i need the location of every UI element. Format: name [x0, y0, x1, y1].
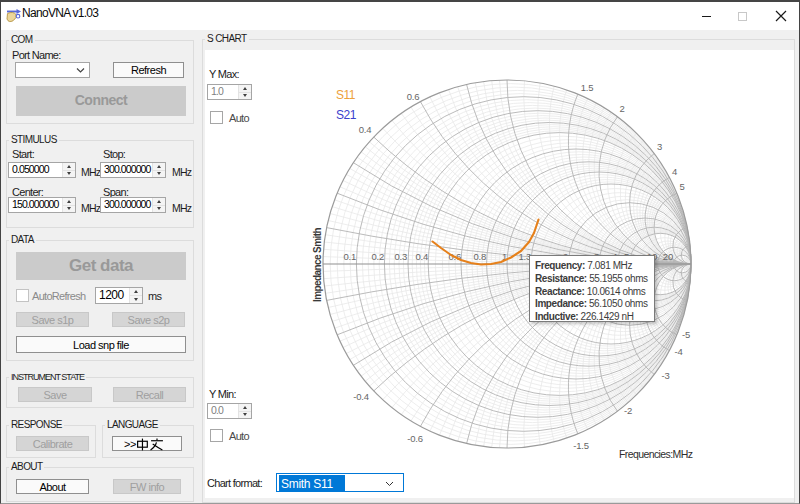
svg-text:-5: -5: [682, 329, 690, 340]
svg-text:1.5: 1.5: [581, 82, 594, 93]
svg-text:0.3: 0.3: [394, 251, 407, 262]
svg-text:-0.4: -0.4: [353, 391, 369, 402]
svg-text:3: 3: [657, 141, 662, 152]
svg-text:-3: -3: [661, 370, 669, 381]
svg-text:2: 2: [619, 103, 624, 114]
svg-text:-2: -2: [624, 405, 632, 416]
svg-text:0.6: 0.6: [407, 91, 420, 102]
svg-text:0.1: 0.1: [343, 251, 356, 262]
svg-text:0.4: 0.4: [415, 251, 428, 262]
svg-text:-4: -4: [674, 346, 682, 357]
svg-text:-0.6: -0.6: [407, 433, 423, 444]
svg-text:0.4: 0.4: [359, 124, 372, 135]
svg-text:-1.5: -1.5: [573, 440, 589, 451]
svg-text:20: 20: [663, 251, 673, 262]
svg-text:4: 4: [672, 166, 677, 177]
svg-text:0.2: 0.2: [371, 251, 384, 262]
svg-text:5: 5: [679, 181, 684, 192]
svg-text:0.8: 0.8: [473, 251, 486, 262]
